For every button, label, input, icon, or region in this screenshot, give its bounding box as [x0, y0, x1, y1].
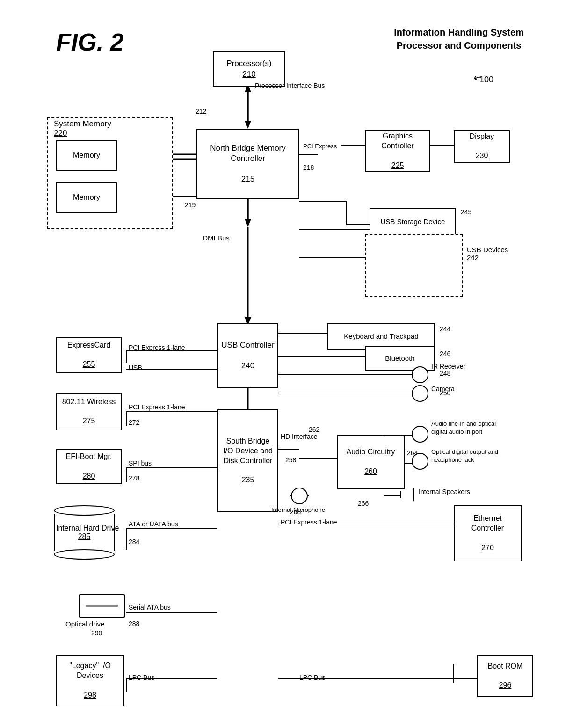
ref-219: 219 [185, 201, 196, 209]
usb-storage-box: USB Storage Device [370, 208, 456, 235]
ir-receiver-label: IR Receiver [431, 363, 487, 370]
internal-mic-circle [291, 488, 308, 504]
ref-262: 262 [309, 426, 319, 433]
lpc-bus-right-label: LPC Bus [299, 674, 325, 681]
ref-268: 268 [290, 508, 301, 516]
internal-speakers-label: Internal Speakers [419, 488, 475, 496]
ethernet-box: Ethernet Controller 270 [454, 505, 522, 561]
north-bridge-box: North Bridge Memory Controller 215 [196, 129, 299, 199]
ref-212-label: 212 [196, 108, 206, 115]
serial-ata-label: Serial ATA bus [129, 604, 171, 611]
ata-bus-label: ATA or UATA bus [129, 520, 178, 528]
ref-284: 284 [129, 538, 139, 546]
system-memory-label: System Memory 220 [54, 119, 111, 138]
audio-line-in-label: Audio line-in and optical digital audio … [431, 420, 501, 436]
graphics-box: Graphics Controller 225 [365, 130, 430, 172]
ref-218: 218 [303, 164, 314, 171]
optical-out-label: Optical digital output and headphone jac… [431, 448, 501, 464]
fig-title: FIG. 2 [56, 28, 123, 56]
south-bridge-box: South Bridge I/O Device and Disk Control… [218, 409, 278, 512]
hd-interface-label: HD Interface [281, 433, 306, 441]
efi-boot-box: EFI-Boot Mgr. 280 [56, 449, 122, 484]
svg-marker-1 [245, 121, 251, 129]
ref-250: 250 [440, 389, 450, 397]
pib-label: Processor Interface Bus [255, 82, 325, 89]
ref-266: 266 [358, 500, 369, 507]
pci-express-label: PCI Express [303, 143, 337, 150]
ir-receiver-circle [412, 366, 428, 383]
ref-288: 288 [129, 620, 139, 627]
expresscard-box: ExpressCard 255 [56, 337, 122, 373]
internal-speakers-icon [400, 488, 414, 502]
optical-out-circle [412, 453, 428, 470]
bluetooth-box: Bluetooth [365, 346, 435, 371]
usb-devices-label: USB Devices 242 [467, 246, 508, 262]
audio-line-in-circle [412, 426, 428, 443]
lpc-bus-left-label: LPC Bus [129, 674, 154, 681]
boot-rom-box: Boot ROM 296 [477, 655, 533, 697]
usb-label: USB [129, 364, 142, 371]
ref-272: 272 [129, 419, 139, 426]
ref-248: 248 [440, 370, 450, 377]
ref-290: 290 [91, 629, 102, 637]
display-box: Display 230 [454, 130, 510, 163]
legacy-io-box: "Legacy" I/O Devices 298 [56, 655, 124, 706]
wireless-box: 802.11 Wireless 275 [56, 393, 122, 430]
ref-278: 278 [129, 474, 139, 482]
ref-244: 244 [440, 325, 450, 333]
ref-258: 258 [285, 456, 296, 464]
spi-bus-label: SPI bus [129, 459, 152, 467]
usb-controller-box: USB Controller 240 [218, 323, 278, 388]
optical-drive-icon [79, 594, 125, 618]
svg-marker-12 [245, 219, 251, 227]
pci-exp-1lane-1-label: PCI Express 1-lane [129, 344, 185, 351]
diagram-title: Information Handling System Processor an… [394, 26, 524, 52]
ref-245: 245 [461, 208, 471, 216]
memory1-box: Memory [56, 140, 117, 171]
optical-drive-label: Optical drive [65, 620, 104, 628]
camera-circle [412, 385, 428, 402]
processor-box: Processor(s) 210 [213, 51, 285, 87]
audio-circuitry-box: Audio Circuitry 260 [337, 435, 405, 489]
memory2-box: Memory [56, 182, 117, 213]
ref-246: 246 [440, 350, 450, 357]
internal-hd-label: Internal Hard Drive 285 [56, 524, 112, 541]
dmi-bus-label: DMI Bus [202, 234, 230, 242]
pci-exp-eth-label: PCI Express 1-lane [281, 518, 337, 526]
pci-exp-1lane-2-label: PCI Express 1-lane [129, 403, 185, 411]
usb-devices-group [365, 234, 463, 297]
